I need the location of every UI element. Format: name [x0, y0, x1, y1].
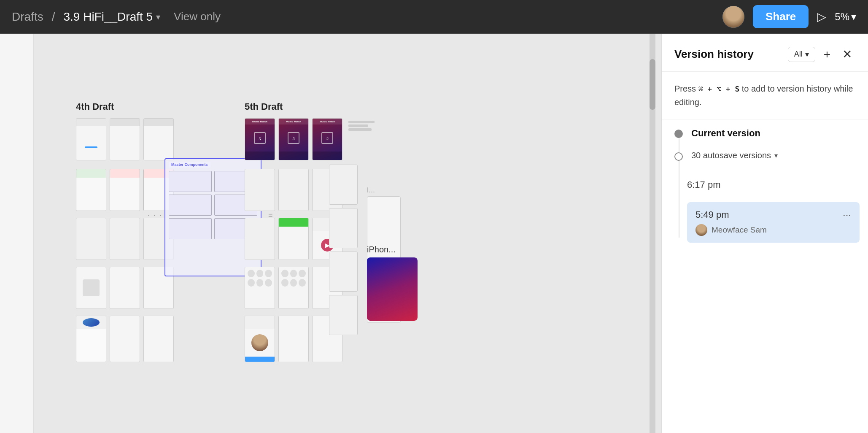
mockup-cell — [76, 316, 106, 362]
mockup-dark-cell: Music Match ♫ — [278, 118, 309, 160]
topbar: Drafts / 3.9 HiFi__Draft 5 ▾ View only S… — [0, 0, 868, 34]
current-version-item[interactable]: Current version — [674, 128, 855, 139]
view-only-badge: View only — [174, 10, 221, 23]
dots-separator: · · · — [148, 211, 162, 220]
gradient-phone — [367, 257, 418, 321]
mockup-cell — [110, 267, 140, 309]
mockup-cell — [76, 118, 106, 160]
mockup-cell — [110, 316, 140, 362]
autosave-chevron-icon: ▾ — [774, 152, 778, 160]
mockup-cell — [278, 316, 309, 362]
version-549-selected[interactable]: 5:49 pm ··· Meowface Sam — [687, 202, 860, 243]
autosave-versions-item[interactable]: 30 autosave versions ▾ — [674, 151, 855, 161]
canvas-area[interactable]: 4th Draft 5th Draft — [0, 34, 661, 433]
breadcrumb-chevron-icon: ▾ — [156, 12, 160, 22]
mockup-dark-cell: Music Match ♫ — [245, 118, 275, 160]
draft4-row1 — [76, 118, 174, 160]
autosave-label: 30 autosave versions ▾ — [691, 151, 855, 160]
breadcrumb-current[interactable]: 3.9 HiFi__Draft 5 ▾ — [63, 10, 160, 24]
panel-body[interactable]: Current version 30 autosave versions ▾ — [662, 119, 868, 433]
close-panel-button[interactable]: ✕ — [839, 46, 855, 63]
timeline-dot — [674, 152, 683, 161]
mockup-cell — [329, 165, 358, 205]
mockup-cell — [110, 218, 140, 260]
mockup-cell — [329, 252, 358, 292]
draft4-label: 4th Draft — [76, 101, 114, 112]
zoom-button[interactable]: 5% ▾ — [835, 11, 856, 23]
iphone-label: iPhon... — [367, 245, 396, 254]
breadcrumb-separator: / — [52, 10, 55, 24]
current-version-label: Current version — [691, 128, 855, 139]
keyboard-shortcut: ⌘ + ⌥ + S — [698, 84, 740, 93]
mockup-cell — [143, 118, 174, 160]
draft5-row1: Music Match ♫ Music Match ♫ Music Match … — [245, 118, 384, 160]
version-more-button[interactable]: ··· — [843, 209, 851, 221]
version-history-panel: Version history All ▾ + ✕ Press ⌘ + ⌥ + … — [661, 34, 868, 433]
scrollbar-thumb[interactable] — [650, 59, 655, 110]
play-button[interactable]: ▷ — [817, 10, 826, 24]
left-sidebar — [0, 34, 34, 433]
timeline-content-617: 6:17 pm — [687, 173, 855, 190]
version-time-549: 5:49 pm — [695, 209, 729, 220]
filter-button[interactable]: All ▾ — [788, 47, 815, 62]
draft5-right-group — [329, 165, 358, 335]
timeline-content-autosave: 30 autosave versions ▾ — [691, 151, 855, 160]
mockup-cell — [329, 208, 358, 248]
mockup-cell — [76, 218, 106, 260]
topbar-right: Share ▷ 5% ▾ — [722, 5, 856, 28]
scrollbar-track[interactable] — [650, 34, 655, 433]
mockup-cell — [76, 169, 106, 211]
author-name: Meowface Sam — [712, 225, 767, 235]
mockup-cell — [245, 267, 275, 309]
avatar[interactable] — [722, 6, 744, 28]
main-layout: 4th Draft 5th Draft — [0, 34, 868, 433]
timeline-content-current: Current version — [691, 128, 855, 139]
panel-header: Version history All ▾ + ✕ — [662, 34, 868, 72]
mini-avatar — [695, 224, 707, 236]
canvas-content[interactable]: 4th Draft 5th Draft — [34, 34, 655, 433]
panel-hint: Press ⌘ + ⌥ + S to add to version histor… — [662, 72, 868, 119]
mockup-cell — [245, 316, 275, 362]
draft5-label: 5th Draft — [245, 101, 283, 112]
topbar-left: Drafts / 3.9 HiFi__Draft 5 ▾ View only — [12, 10, 722, 24]
draft4-rows-lower — [76, 169, 174, 362]
mockup-cell — [245, 218, 275, 260]
version-617-item[interactable]: 6:17 pm — [687, 173, 855, 190]
mockup-cell — [278, 169, 309, 211]
mockup-cell — [76, 267, 106, 309]
version-author: Meowface Sam — [695, 224, 851, 236]
mockup-cell — [110, 169, 140, 211]
draft5-rows-lower: ▶ — [245, 169, 342, 362]
share-button[interactable]: Share — [753, 5, 809, 28]
mockup-cell — [278, 267, 309, 309]
mockup-cell — [329, 295, 358, 335]
mockup-cell — [110, 118, 140, 160]
add-version-button[interactable]: + — [820, 46, 834, 63]
mockup-dark-cell: Music Match ♫ — [312, 118, 342, 160]
version-time-617: 6:17 pm — [687, 179, 855, 190]
breadcrumb-parent[interactable]: Drafts — [12, 10, 43, 24]
mockup-cell — [143, 316, 174, 362]
panel-title: Version history — [674, 48, 783, 61]
timeline: Current version 30 autosave versions ▾ — [674, 128, 855, 243]
mockup-cell — [245, 169, 275, 211]
mockup-cell — [278, 218, 309, 260]
mockup-text-placeholder — [346, 118, 384, 160]
version-549-item[interactable]: 5:49 pm ··· Meowface Sam — [674, 202, 855, 243]
timeline-dot — [674, 130, 683, 138]
